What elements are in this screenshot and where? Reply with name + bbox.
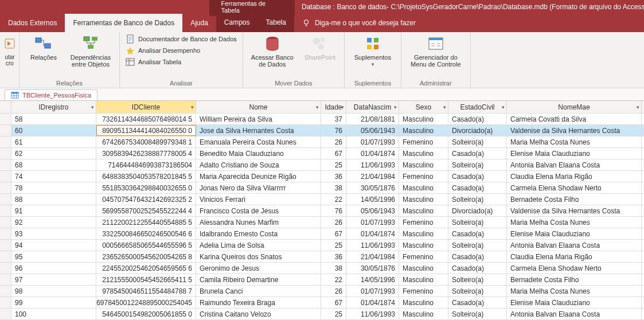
row-selector[interactable] [0, 263, 11, 274]
row-selector[interactable] [0, 309, 11, 319]
row-selector[interactable] [0, 240, 11, 251]
cell-estadocivil[interactable]: Casado(a) [448, 251, 507, 262]
cell-datanascim[interactable]: 14/05/1996 [346, 194, 399, 205]
cell-idregistro[interactable]: 74 [11, 171, 96, 182]
cell-estadocivil[interactable]: Divorciado(a) [448, 125, 507, 136]
cell-sexo[interactable]: Masculino [399, 297, 448, 308]
cell-nome[interactable]: Geronimo de Jesus [196, 263, 321, 274]
cell-idade[interactable]: 76 [321, 125, 346, 136]
cell-nomemae[interactable]: Antonia Balvan Elaana Costa [507, 159, 642, 170]
cell-idade[interactable]: 26 [321, 286, 346, 296]
cell-idcliente[interactable]: 2245520025462054659565 6 [96, 263, 196, 274]
cell-idregistro[interactable]: 61 [11, 136, 96, 147]
cell-sexo[interactable]: Femenino [399, 136, 448, 147]
cell-estadocivil[interactable]: Solteiro(a) [448, 309, 507, 319]
cell-idregistro[interactable]: 68 [11, 159, 96, 170]
cell-sexo[interactable]: Masculino [399, 263, 448, 274]
cell-idcliente[interactable]: 0005666585065544655596 5 [96, 240, 196, 251]
cell-datanascim[interactable]: 21/04/1984 [346, 251, 399, 262]
col-idcliente[interactable]: IDCliente▾ [96, 101, 196, 113]
cell-idcliente[interactable]: 2112200212255440554885 5 [96, 217, 196, 228]
cell-idregistro[interactable]: 92 [11, 217, 96, 228]
table-row[interactable]: 915699558700252545522244 4Francisco Cost… [0, 205, 644, 217]
cell-datanascim[interactable]: 01/04/1874 [346, 228, 399, 239]
row-selector[interactable] [0, 114, 11, 124]
cell-idade[interactable]: 67 [321, 228, 346, 239]
cell-idcliente[interactable]: 3322500846650246500546 6 [96, 228, 196, 239]
cell-sexo[interactable]: Masculino [399, 228, 448, 239]
cell-idcliente[interactable]: 2365265000545620054265 8 [96, 251, 196, 262]
row-selector[interactable] [0, 205, 11, 216]
cell-nomemae[interactable]: Valdenise da Silva Hernantes Costa [507, 205, 642, 216]
cell-idregistro[interactable]: 78 [11, 182, 96, 193]
cell-idade[interactable]: 25 [321, 159, 346, 170]
acessar-bd-button[interactable]: Acessar Banco de Dados [249, 34, 296, 68]
table-row[interactable]: 587326114344685076498014 5William Pereir… [0, 114, 644, 125]
row-selector[interactable] [0, 217, 11, 228]
cell-estadocivil[interactable]: Solteiro(a) [448, 240, 507, 251]
table-row[interactable]: 962245520025462054659565 6Geronimo de Je… [0, 263, 644, 274]
chevron-down-icon[interactable]: ▾ [394, 104, 397, 110]
cell-datanascim[interactable]: 01/04/1874 [346, 148, 399, 159]
cell-idcliente[interactable]: 2121555000545452665411 5 [96, 274, 196, 285]
tab-campos[interactable]: Campos [216, 14, 258, 32]
cell-nome[interactable]: Idalbrando Ernesto Costa [196, 228, 321, 239]
cell-estadocivil[interactable]: Solteiro(a) [448, 159, 507, 170]
cell-datanascim[interactable]: 01/07/1993 [346, 136, 399, 147]
cell-idade[interactable]: 36 [321, 171, 346, 182]
cell-sexo[interactable]: Femenino [399, 217, 448, 228]
cell-idade[interactable]: 26 [321, 217, 346, 228]
cell-idregistro[interactable]: 98 [11, 286, 96, 296]
documentador-button[interactable]: Documentador de Banco de Dados [126, 34, 237, 44]
cell-idregistro[interactable]: 99 [11, 297, 96, 308]
cell-estadocivil[interactable]: Solteiro(a) [448, 194, 507, 205]
dependencias-button[interactable]: Dependências entre Objetos [68, 34, 114, 68]
cell-idade[interactable]: 26 [321, 136, 346, 147]
cell-nomemae[interactable]: Elenise Maia Clauduziano [507, 297, 642, 308]
cell-idregistro[interactable]: 60 [11, 125, 96, 136]
tab-dados-externos[interactable]: Dados Externos [0, 14, 65, 32]
cell-estadocivil[interactable]: Solteiro(a) [448, 217, 507, 228]
table-row[interactable]: 616742667534008489979348 1Emanuala Perei… [0, 136, 644, 148]
table-row[interactable]: 996978450012248895000254045Raimundo Texe… [0, 297, 644, 309]
row-selector[interactable] [0, 286, 11, 296]
row-selector[interactable] [0, 171, 11, 182]
cell-idregistro[interactable]: 94 [11, 240, 96, 251]
cell-nome[interactable]: Karina Queiros dos Snatos [196, 251, 321, 262]
cell-estadocivil[interactable]: Casado(a) [448, 182, 507, 193]
cell-nomemae[interactable]: Maria Melha Costa Nunes [507, 136, 642, 147]
cell-nomemae[interactable]: Carmela Covatti da Silva [507, 114, 642, 124]
cell-nome[interactable]: Alessandra Nunes Marfim [196, 217, 321, 228]
cell-idregistro[interactable]: 93 [11, 228, 96, 239]
cell-nome[interactable]: Adalto Cristiano de Souza [196, 159, 321, 170]
chevron-down-icon[interactable]: ▾ [443, 104, 446, 110]
table-row[interactable]: 933322500846650246500546 6Idalbrando Ern… [0, 228, 644, 240]
cell-nomemae[interactable]: Elenise Maia Clauduziano [507, 148, 642, 159]
cell-nomemae[interactable]: Claudia Elena Maria Rigão [507, 171, 642, 182]
cell-estadocivil[interactable]: Casado(a) [448, 171, 507, 182]
cell-nomemae[interactable]: Carmela Elena Shodaw Nerto [507, 263, 642, 274]
table-row[interactable]: 785518530364298840032655 0Jonas Nero da … [0, 182, 644, 194]
cell-datanascim[interactable]: 11/06/1993 [346, 240, 399, 251]
chevron-down-icon[interactable]: ▾ [341, 104, 344, 110]
col-sexo[interactable]: Sexo▾ [399, 101, 448, 113]
cell-nome[interactable]: Raimundo Texeira Braga [196, 297, 321, 308]
cell-idcliente[interactable]: 6742667534008489979348 1 [96, 136, 196, 147]
cell-sexo[interactable]: Femenino [399, 286, 448, 296]
cell-sexo[interactable]: Masculino [399, 194, 448, 205]
col-idregistro[interactable]: IDregistro▾ [11, 101, 96, 113]
cell-nomemae[interactable]: Maria Melha Costa Nunes [507, 286, 642, 296]
row-selector[interactable] [0, 251, 11, 262]
cell-idade[interactable]: 38 [321, 182, 346, 193]
cell-idregistro[interactable]: 58 [11, 114, 96, 124]
cell-sexo[interactable]: Masculino [399, 148, 448, 159]
cell-datanascim[interactable]: 05/06/1943 [346, 125, 399, 136]
cell-idade[interactable]: 37 [321, 114, 346, 124]
cell-idade[interactable]: 67 [321, 148, 346, 159]
cell-datanascim[interactable]: 01/04/1874 [346, 297, 399, 308]
cell-sexo[interactable]: Masculino [399, 182, 448, 193]
document-tab[interactable]: TBCliente_PessoaFisica [5, 89, 97, 100]
row-selector[interactable] [0, 136, 11, 147]
cell-estadocivil[interactable]: Solteiro(a) [448, 274, 507, 285]
cell-sexo[interactable]: Masculino [399, 205, 448, 216]
